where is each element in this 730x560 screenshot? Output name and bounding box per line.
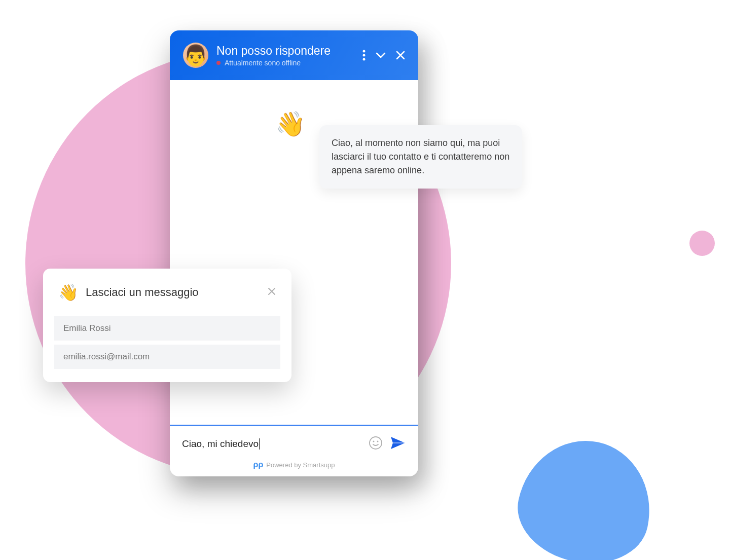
agent-avatar xyxy=(183,43,208,68)
email-input[interactable] xyxy=(54,345,280,369)
svg-point-2 xyxy=(363,58,366,61)
message-input[interactable]: Ciao, mi chiedevo xyxy=(182,438,361,450)
chat-footer: ρρ Powered by Smartsupp xyxy=(170,456,418,476)
contact-form-card: 👋 Lasciaci un messaggio xyxy=(43,269,291,382)
text-cursor xyxy=(259,438,260,450)
header-text-container: Non posso rispondere Attualmente sono of… xyxy=(216,44,354,67)
svg-point-5 xyxy=(377,441,379,442)
svg-point-1 xyxy=(363,54,366,57)
svg-point-4 xyxy=(373,441,375,442)
chat-title: Non posso rispondere xyxy=(216,44,354,58)
powered-by-text[interactable]: Powered by Smartsupp xyxy=(266,461,335,469)
svg-point-3 xyxy=(370,437,382,449)
name-input[interactable] xyxy=(54,316,280,341)
form-close-button[interactable] xyxy=(267,286,276,299)
decorative-blue-shape xyxy=(508,429,663,560)
chat-header: Non posso rispondere Attualmente sono of… xyxy=(170,30,418,80)
emoji-picker-button[interactable] xyxy=(369,436,383,452)
decorative-pink-dot xyxy=(689,231,715,256)
send-button[interactable] xyxy=(390,436,406,452)
greeting-message-text: Ciao, al momento non siamo qui, ma puoi … xyxy=(332,138,509,175)
chevron-down-icon[interactable] xyxy=(376,52,386,58)
message-input-text: Ciao, mi chiedevo xyxy=(182,438,259,450)
status-container: Attualmente sono offline xyxy=(216,59,354,67)
status-text: Attualmente sono offline xyxy=(225,59,301,67)
form-wave-emoji-icon: 👋 xyxy=(58,283,79,302)
header-actions xyxy=(362,50,405,61)
form-header: 👋 Lasciaci un messaggio xyxy=(54,283,280,302)
offline-status-dot xyxy=(216,61,221,65)
close-icon[interactable] xyxy=(396,51,405,60)
menu-icon[interactable] xyxy=(362,50,366,61)
brand-icon: ρρ xyxy=(253,460,264,469)
greeting-message-bubble: Ciao, al momento non siamo qui, ma puoi … xyxy=(319,125,522,189)
form-title: Lasciaci un messaggio xyxy=(86,286,260,299)
wave-emoji-icon: 👋 xyxy=(275,109,306,138)
svg-point-0 xyxy=(363,50,366,53)
chat-widget: Non posso rispondere Attualmente sono of… xyxy=(170,30,418,476)
chat-input-area: Ciao, mi chiedevo xyxy=(170,425,418,456)
